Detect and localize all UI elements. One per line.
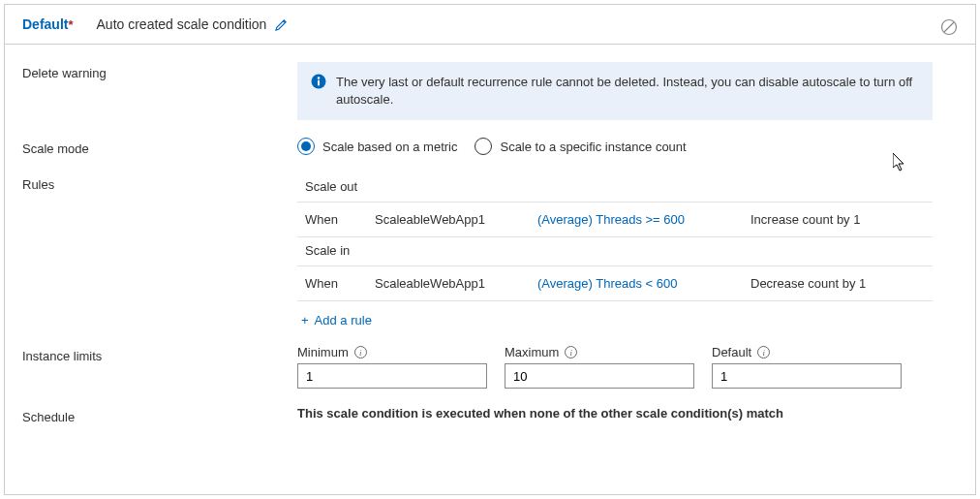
add-rule-label: Add a rule (315, 313, 372, 327)
default-title: Default (22, 16, 68, 32)
info-icon (311, 74, 326, 89)
default-limit-label: Default (712, 345, 751, 359)
rule-condition-link[interactable]: (Average) Threads < 600 (537, 276, 750, 291)
maximum-label: Maximum (505, 345, 559, 359)
svg-point-3 (318, 77, 320, 78)
scale-condition-panel: Default* Auto created scale condition De… (4, 4, 976, 495)
radio-metric-label: Scale based on a metric (322, 140, 457, 154)
scale-in-header: Scale in (297, 237, 933, 265)
default-field: Default i (712, 345, 902, 389)
instance-limits-label: Instance limits (22, 345, 297, 363)
svg-line-1 (944, 22, 954, 32)
maximum-input[interactable] (505, 363, 694, 389)
add-rule-button[interactable]: + Add a rule (297, 301, 376, 327)
rule-resource: ScaleableWebApp1 (375, 276, 537, 291)
rules-block: Scale out When ScaleableWebApp1 (Average… (297, 173, 933, 327)
rule-action: Increase count by 1 (750, 212, 925, 227)
rule-resource: ScaleableWebApp1 (375, 212, 537, 227)
panel-header: Default* Auto created scale condition (5, 5, 975, 45)
rule-condition-link[interactable]: (Average) Threads >= 600 (537, 212, 750, 227)
delete-warning-banner: The very last or default recurrence rule… (297, 62, 933, 120)
disable-icon[interactable] (940, 18, 958, 39)
info-icon[interactable]: i (354, 346, 367, 359)
scale-mode-radio-group: Scale based on a metric Scale to a speci… (297, 138, 958, 155)
rule-when-label: When (305, 212, 375, 227)
maximum-field: Maximum i (505, 345, 694, 389)
info-icon[interactable]: i (565, 346, 577, 359)
radio-fixed-label: Scale to a specific instance count (500, 140, 686, 154)
schedule-label: Schedule (22, 406, 297, 424)
rule-action: Decrease count by 1 (750, 276, 925, 291)
scale-out-header: Scale out (297, 173, 933, 202)
delete-warning-label: Delete warning (22, 62, 297, 80)
pencil-icon[interactable] (274, 17, 289, 32)
plus-icon: + (301, 313, 309, 327)
condition-name-label: Auto created scale condition (97, 16, 267, 32)
minimum-input[interactable] (297, 363, 487, 389)
rule-row-scale-out[interactable]: When ScaleableWebApp1 (Average) Threads … (297, 202, 933, 237)
radio-icon (297, 138, 315, 155)
rule-when-label: When (305, 276, 375, 291)
radio-scale-metric[interactable]: Scale based on a metric (297, 138, 457, 155)
required-marker: * (68, 17, 73, 32)
delete-warning-text: The very last or default recurrence rule… (336, 74, 919, 109)
radio-scale-fixed[interactable]: Scale to a specific instance count (475, 138, 686, 155)
radio-icon (475, 138, 492, 155)
instance-limits-group: Minimum i Maximum i De (297, 345, 958, 389)
minimum-field: Minimum i (297, 345, 487, 389)
svg-rect-4 (318, 80, 320, 86)
scale-mode-label: Scale mode (22, 138, 297, 156)
default-input[interactable] (712, 363, 902, 389)
rule-row-scale-in[interactable]: When ScaleableWebApp1 (Average) Threads … (297, 265, 933, 301)
rules-label: Rules (22, 173, 297, 192)
minimum-label: Minimum (297, 345, 349, 359)
schedule-text: This scale condition is executed when no… (297, 406, 783, 421)
info-icon[interactable]: i (757, 346, 770, 359)
